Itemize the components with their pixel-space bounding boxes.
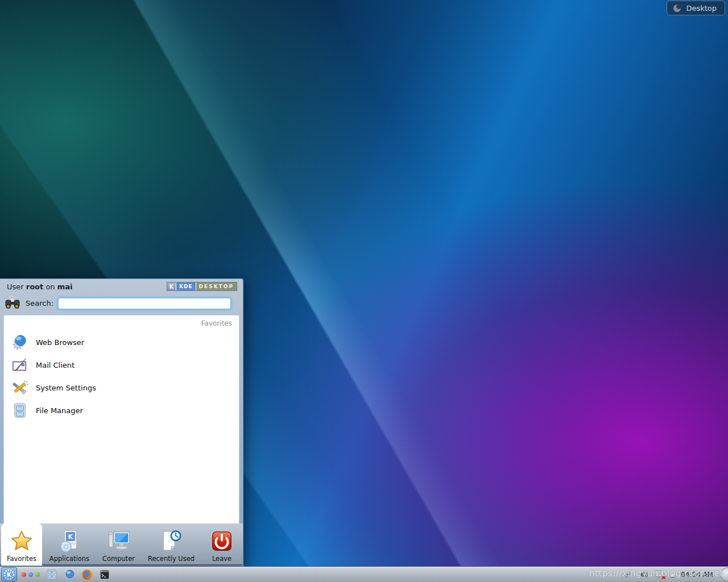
badge-desktop-label: DESKTOP <box>196 282 237 290</box>
applications-box-icon: K <box>58 529 81 553</box>
firefox-icon <box>81 569 93 580</box>
favorites-item-label: System Settings <box>36 384 96 392</box>
tab-label: Favorites <box>7 555 36 563</box>
terminal-icon <box>99 569 110 580</box>
kde-desktop-badge: K KDE DESKTOP <box>167 282 237 291</box>
file-drawer-icon <box>46 569 57 580</box>
kickoff-user-title: User root on mai <box>7 282 73 291</box>
web-browser-icon <box>11 334 28 351</box>
tab-label: Recently Used <box>148 555 195 563</box>
activity-pager[interactable] <box>22 572 40 577</box>
speaker-icon <box>639 569 649 580</box>
search-binoculars-icon <box>3 296 22 311</box>
taskbar-panel: K <box>0 566 728 582</box>
tab-label: Computer <box>102 555 135 563</box>
desktop-toolbox-button[interactable]: Desktop <box>667 1 725 15</box>
favorites-item-label: File Manager <box>36 406 83 415</box>
system-settings-icon <box>11 379 28 396</box>
kde-gear-icon: K <box>3 569 15 580</box>
mail-client-icon <box>11 356 28 373</box>
document-clock-icon <box>159 529 183 553</box>
search-input[interactable] <box>57 297 231 310</box>
kickoff-search-row: Search: <box>0 294 243 315</box>
tab-label: Leave <box>212 555 231 563</box>
favorites-item-file-manager[interactable]: File Manager <box>4 399 239 422</box>
kickoff-favorites-panel: Favorites Web Browser <box>3 315 239 523</box>
favorites-section-label: Favorites <box>201 319 232 327</box>
power-icon <box>210 530 233 552</box>
svg-text:K: K <box>68 533 73 541</box>
network-tray-icon[interactable]: ✖ <box>654 569 665 580</box>
tab-recently-used[interactable]: Recently Used <box>142 523 200 566</box>
globe-gear-icon <box>64 569 75 580</box>
tab-leave[interactable]: Leave <box>202 523 242 566</box>
tray-expander-arrow-icon[interactable]: ▲ <box>671 572 675 577</box>
panel-cashew-button[interactable] <box>721 567 728 582</box>
kickoff-menu: User root on mai K KDE DESKTOP Search: F… <box>0 278 243 566</box>
favorites-item-mail-client[interactable]: Mail Client <box>4 354 239 376</box>
tab-favorites[interactable]: Favorites <box>1 523 42 566</box>
kde-logo-icon: K <box>167 282 176 290</box>
scissors-icon: ✂ <box>623 568 634 580</box>
tab-label: Applications <box>49 555 89 563</box>
klipper-tray-icon[interactable]: ✂ <box>623 569 634 580</box>
favorites-item-label: Mail Client <box>36 361 75 369</box>
terminal-launcher[interactable] <box>98 568 111 581</box>
tab-applications[interactable]: K Applications <box>44 523 95 566</box>
favorites-list: Web Browser Mail Client <box>4 315 239 422</box>
file-manager-icon <box>11 402 28 419</box>
pager-dot-blue[interactable] <box>28 572 33 577</box>
search-label: Search: <box>26 299 53 307</box>
badge-kde-label: KDE <box>176 282 196 290</box>
favorites-item-system-settings[interactable]: System Settings <box>4 376 239 399</box>
network-disconnected-x-icon: ✖ <box>661 574 667 581</box>
kickoff-tabbar: Favorites K Applications <box>0 523 243 566</box>
system-tray: ✂ ✖ ▲ 04:04 AM <box>623 567 728 582</box>
cashew-icon <box>673 4 681 13</box>
kde-menu-button[interactable]: K <box>1 567 17 581</box>
volume-tray-icon[interactable] <box>639 569 649 580</box>
file-manager-launcher[interactable] <box>46 568 58 581</box>
svg-text:K: K <box>7 571 12 579</box>
computer-monitor-icon <box>107 529 131 553</box>
favorites-item-web-browser[interactable]: Web Browser <box>4 331 239 354</box>
pager-dot-green[interactable] <box>35 572 40 577</box>
tab-computer[interactable]: Computer <box>97 523 140 566</box>
panel-clock[interactable]: 04:04 AM <box>681 571 713 579</box>
pager-dot-red[interactable] <box>22 572 26 577</box>
favorites-item-label: Web Browser <box>36 338 84 347</box>
konqueror-launcher[interactable] <box>63 568 76 581</box>
desktop-toolbox-label: Desktop <box>686 4 717 13</box>
star-icon <box>10 529 34 553</box>
firefox-launcher[interactable] <box>81 568 93 581</box>
kickoff-header: User root on mai K KDE DESKTOP <box>0 279 243 294</box>
